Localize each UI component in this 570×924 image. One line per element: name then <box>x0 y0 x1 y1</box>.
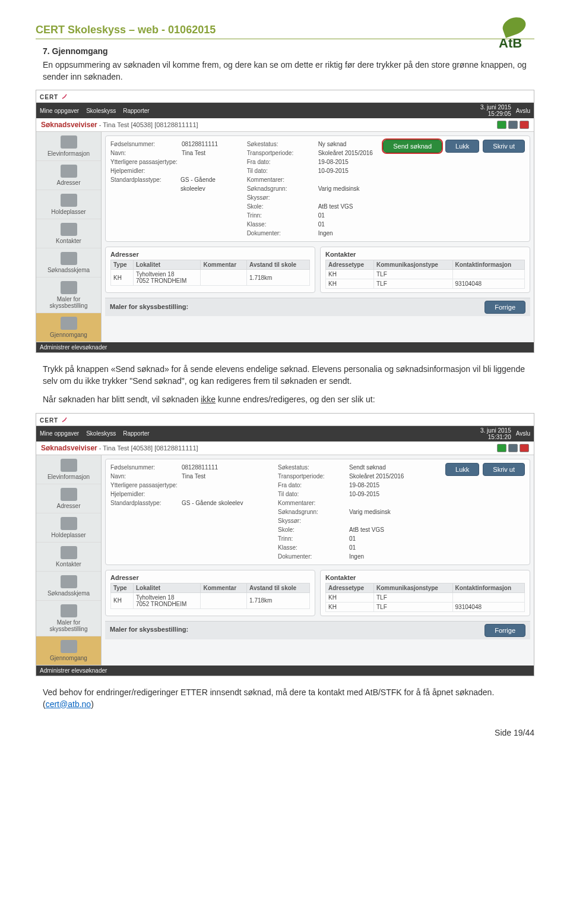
field-label: Fødselsnummer: <box>110 140 182 149</box>
column-header: Type <box>111 260 134 270</box>
atb-logo: AtB <box>499 18 534 51</box>
maler-title: Maler for skyssbestilling: <box>110 303 188 310</box>
sidebar-item[interactable]: Holdeplasser <box>36 190 101 219</box>
skriv-ut-button[interactable]: Skriv ut <box>483 140 525 153</box>
wizard-sub: - Tina Test [40538] [08128811111] <box>97 121 198 128</box>
sidebar-item[interactable]: Kontakter <box>36 219 101 248</box>
sidebar-item[interactable]: Holdeplasser <box>36 513 101 543</box>
sidebar-item[interactable]: Adresser <box>36 484 101 513</box>
sidebar-item-label: Maler for skyssbestilling <box>37 619 100 632</box>
sidebar-item[interactable]: Søknadsskjema <box>36 572 101 601</box>
table-row: KHTLF <box>326 270 525 279</box>
field-value: 01 <box>349 543 356 552</box>
column-header: Kommentar <box>201 260 247 270</box>
win-close-icon[interactable] <box>520 444 529 452</box>
field-value: GS - Gående skoleelev <box>182 499 243 507</box>
field-value: 19-08-2015 <box>318 157 349 166</box>
sidebar-item[interactable]: Elevinformasjon <box>36 132 101 161</box>
sidebar-item[interactable]: Gjennomgang <box>36 313 101 342</box>
field-label: Trinn: <box>278 534 349 543</box>
field-label: Transportperiode: <box>247 149 318 157</box>
field-value: Ingen <box>349 552 364 561</box>
cell: KH <box>326 602 374 611</box>
maler-line: Maler for skyssbestilling:Forrige <box>105 621 530 639</box>
win-max-icon[interactable] <box>508 444 518 452</box>
sidebar-item[interactable]: Gjennomgang <box>36 636 101 666</box>
top-menu-item[interactable]: Mine oppgaver <box>40 430 79 437</box>
column-header: Adressetype <box>326 583 374 592</box>
sidebar-icon <box>61 135 77 149</box>
win-close-icon[interactable] <box>520 121 529 129</box>
wizard-bar: Søknadsveiviser - Tina Test [40538] [081… <box>36 441 534 455</box>
column-header: Kommunikasjonstype <box>374 260 453 270</box>
win-min-icon[interactable] <box>497 121 506 129</box>
sidebar-item[interactable]: Maler for skyssbestilling <box>36 277 101 313</box>
field-label: Standardplasstype: <box>110 499 182 507</box>
field-value: 01 <box>318 220 325 229</box>
field-label: Standardplasstype: <box>110 175 180 193</box>
sidebar-item[interactable]: Maler for skyssbestilling <box>36 601 101 636</box>
field-label: Dokumenter: <box>247 229 318 238</box>
sidebar-item[interactable]: Kontakter <box>36 543 101 572</box>
adresser-table: TypeLokalitetKommentarAvstand til skoleK… <box>110 583 310 609</box>
table-row: KHTLF93104048 <box>326 279 525 289</box>
window-buttons <box>497 121 529 129</box>
cert-text: CERT <box>40 417 58 424</box>
kontakter-panel: KontakterAdressetypeKommunikasjonstypeKo… <box>320 247 530 293</box>
field-label: Ytterligere passasjertype: <box>110 481 182 490</box>
screenshot-after-send: CERT ⟋Mine oppgaverSkoleskyssRapporter3.… <box>36 413 534 676</box>
column-header: Kommentar <box>201 583 247 592</box>
field-label: Kommentarer: <box>247 175 318 184</box>
swoosh-icon: ⟋ <box>58 92 69 101</box>
paragraph-3: Når søknaden har blitt sendt, vil søknad… <box>36 394 534 406</box>
field-value: 10-09-2015 <box>349 490 379 499</box>
sidebar-item[interactable]: Søknadsskjema <box>36 248 101 277</box>
kontakter-table: AdressetypeKommunikasjonstypeKontaktinfo… <box>325 583 525 612</box>
cell: KH <box>326 592 374 602</box>
win-min-icon[interactable] <box>497 444 506 452</box>
field-label: Søknadsgrunn: <box>278 507 349 516</box>
sidebar-item-label: Elevinformasjon <box>37 474 100 480</box>
logout-link[interactable]: Avslu <box>516 108 530 114</box>
sidebar-item-label: Elevinformasjon <box>37 150 100 157</box>
topbar-right: 3. juni 2015 15:31:20Avslu <box>480 427 530 440</box>
field-value: 10-09-2015 <box>318 166 349 175</box>
send-soknad-button[interactable]: Send søknad <box>383 140 442 153</box>
skriv-ut-button[interactable]: Skriv ut <box>483 463 525 476</box>
lukk-button[interactable]: Lukk <box>445 463 479 476</box>
field-value: Sendt søknad <box>349 463 386 472</box>
cell: 93104048 <box>452 279 524 289</box>
field-value: Skoleåret 2015/2016 <box>349 472 404 481</box>
lukk-button[interactable]: Lukk <box>445 140 479 153</box>
forrige-button[interactable]: Forrige <box>484 301 525 314</box>
forrige-button[interactable]: Forrige <box>484 624 525 637</box>
admin-elevsoknader-bar[interactable]: Administrer elevsøknader <box>36 666 534 676</box>
win-max-icon[interactable] <box>508 121 518 129</box>
column-header: Kontaktinformasjon <box>452 583 524 592</box>
field-value: 19-08-2015 <box>349 481 379 490</box>
logout-link[interactable]: Avslu <box>516 430 530 437</box>
table-row: KHTLF <box>326 592 525 602</box>
top-menu-item[interactable]: Mine oppgaver <box>40 108 79 114</box>
action-buttons: Send søknadLukkSkriv ut <box>383 140 525 153</box>
sidebar-icon <box>61 604 77 617</box>
maler-title: Maler for skyssbestilling: <box>110 626 188 633</box>
top-menu-item[interactable]: Skoleskyss <box>86 108 116 114</box>
sidebar-item[interactable]: Adresser <box>36 161 101 190</box>
p3-underline: ikke <box>201 395 216 404</box>
sidebar-icon <box>61 317 77 330</box>
kontakter-table: AdressetypeKommunikasjonstypeKontaktinfo… <box>325 260 525 289</box>
top-menu-item[interactable]: Rapporter <box>123 108 149 114</box>
adresser-panel: AdresserTypeLokalitetKommentarAvstand ti… <box>105 247 315 293</box>
sidebar-icon <box>61 223 77 236</box>
contact-email-link[interactable]: cert@atb.no <box>46 699 91 709</box>
admin-elevsoknader-bar[interactable]: Administrer elevsøknader <box>36 342 534 352</box>
cell: 93104048 <box>452 602 524 611</box>
action-buttons: LukkSkriv ut <box>445 463 525 476</box>
top-menu-item[interactable]: Rapporter <box>123 430 149 437</box>
field-value: 08128811111 <box>182 463 218 472</box>
top-menu-item[interactable]: Skoleskyss <box>86 430 116 437</box>
field-value: 01 <box>349 534 356 543</box>
cell <box>452 270 524 279</box>
sidebar-item[interactable]: Elevinformasjon <box>36 455 101 484</box>
